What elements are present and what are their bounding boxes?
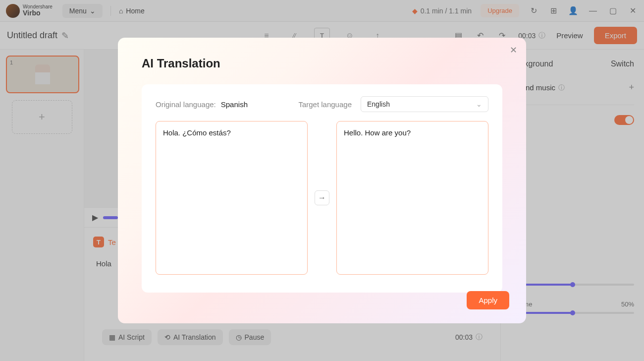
translation-row: Hola. ¿Cómo estás? → Hello. How are you? xyxy=(156,121,488,275)
target-text-box[interactable]: Hello. How are you? xyxy=(336,121,488,275)
target-language-select[interactable]: English ⌄ xyxy=(361,96,488,112)
original-language-label: Original language: xyxy=(156,100,216,109)
close-modal-button[interactable]: ✕ xyxy=(510,45,517,56)
original-language: Original language: Spanish xyxy=(156,100,248,109)
modal-title: AI Translation xyxy=(142,57,502,70)
apply-button[interactable]: Apply xyxy=(467,291,509,309)
translate-arrow-button[interactable]: → xyxy=(315,190,329,205)
target-language-value: English xyxy=(367,100,390,108)
original-language-value: Spanish xyxy=(221,100,248,109)
chevron-down-icon: ⌄ xyxy=(476,100,482,108)
source-text-box[interactable]: Hola. ¿Cómo estás? xyxy=(156,121,308,275)
language-row: Original language: Spanish Target langua… xyxy=(156,96,488,112)
modal-body: Original language: Spanish Target langua… xyxy=(142,84,502,293)
target-language-label: Target language xyxy=(298,100,352,109)
ai-translation-modal: ✕ AI Translation Original language: Span… xyxy=(118,38,526,323)
modal-overlay: ✕ AI Translation Original language: Span… xyxy=(0,0,644,361)
target-language: Target language English ⌄ xyxy=(298,96,488,112)
